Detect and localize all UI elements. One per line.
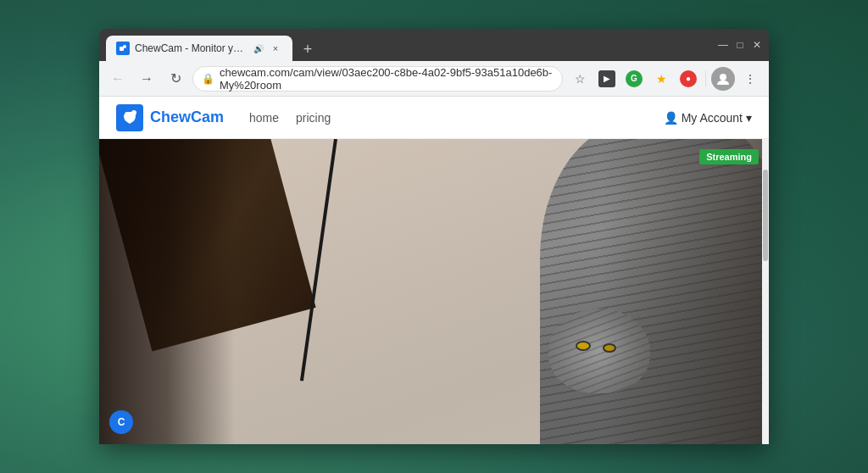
profile-avatar	[711, 67, 735, 91]
green-extension-button[interactable]: G	[622, 67, 646, 91]
bookmark-icon: ☆	[575, 72, 586, 86]
maximize-button[interactable]: □	[735, 40, 745, 50]
title-bar: ChewCam - Monitor your p... 🔊 × + — □ ✕	[99, 29, 769, 61]
shadow-left	[99, 139, 235, 444]
svg-point-1	[123, 45, 126, 48]
account-dropdown-arrow: ▾	[746, 111, 752, 125]
browser-tab[interactable]: ChewCam - Monitor your p... 🔊 ×	[106, 36, 292, 61]
close-button[interactable]: ✕	[752, 40, 762, 50]
shadow-right	[599, 139, 769, 444]
dark-extension-button[interactable]: ▶	[595, 67, 619, 91]
site-logo: ChewCam	[116, 104, 224, 131]
streaming-badge: Streaming	[699, 149, 759, 164]
nav-pricing-link[interactable]: pricing	[296, 111, 331, 125]
url-text: chewcam.com/cam/view/03aec200-c8be-4a02-…	[220, 66, 554, 92]
cat-eye-left	[576, 341, 591, 351]
separator	[705, 70, 706, 87]
svg-point-2	[720, 74, 726, 81]
nav-bar: ← → ↻ 🔒 chewcam.com/cam/view/03aec200-c8…	[99, 61, 769, 97]
site-nav: home pricing	[249, 111, 664, 125]
nav-actions: ☆ ▶ G ★ ●	[568, 67, 762, 91]
bookmark-button[interactable]: ☆	[568, 67, 592, 91]
red-extension-button[interactable]: ●	[676, 67, 700, 91]
my-account-label: My Account	[682, 111, 743, 125]
logo-icon	[116, 104, 143, 131]
minimize-button[interactable]: —	[718, 40, 728, 50]
tab-audio-icon: 🔊	[253, 44, 264, 53]
cam-button[interactable]: C	[109, 410, 133, 434]
forward-button[interactable]: →	[135, 67, 159, 91]
site-content: Streaming C	[99, 139, 769, 444]
svg-point-3	[131, 110, 136, 115]
tab-title: ChewCam - Monitor your p...	[135, 42, 248, 54]
new-tab-button[interactable]: +	[296, 37, 320, 61]
tab-close-button[interactable]: ×	[269, 42, 282, 55]
lock-icon: 🔒	[202, 73, 214, 85]
more-button[interactable]: ⋮	[738, 67, 762, 91]
site-header: ChewCam home pricing 👤 My Account ▾	[99, 97, 769, 139]
address-bar[interactable]: 🔒 chewcam.com/cam/view/03aec200-c8be-4a0…	[192, 66, 563, 92]
more-icon: ⋮	[744, 72, 756, 86]
scrollbar-thumb[interactable]	[763, 170, 768, 261]
red-extension-icon: ●	[680, 70, 697, 87]
video-container: Streaming C	[99, 139, 769, 444]
my-account-button[interactable]: 👤 My Account ▾	[664, 111, 752, 125]
scrollbar[interactable]	[762, 139, 769, 444]
profile-button[interactable]	[711, 67, 735, 91]
green-extension-icon: G	[626, 70, 643, 87]
video-frame: Streaming C	[99, 139, 769, 444]
tab-area: ChewCam - Monitor your p... 🔊 × +	[106, 29, 718, 61]
logo-text: ChewCam	[150, 109, 224, 126]
reload-button[interactable]: ↻	[164, 67, 187, 91]
back-button[interactable]: ←	[106, 67, 130, 91]
nav-home-link[interactable]: home	[249, 111, 279, 125]
star-extension-button[interactable]: ★	[649, 67, 673, 91]
dark-extension-icon: ▶	[598, 70, 615, 87]
window-controls: — □ ✕	[718, 40, 762, 50]
star-icon: ★	[656, 72, 667, 86]
account-icon: 👤	[664, 111, 678, 125]
browser-window: ChewCam - Monitor your p... 🔊 × + — □ ✕ …	[99, 29, 769, 444]
chewcam-favicon	[116, 42, 130, 55]
